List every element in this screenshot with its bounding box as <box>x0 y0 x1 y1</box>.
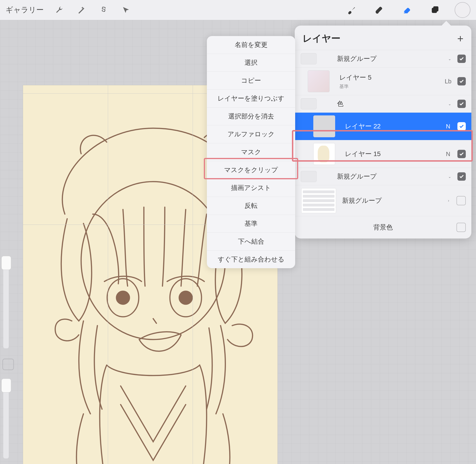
ctx-fill[interactable]: レイヤーを塗りつぶす <box>207 90 295 107</box>
chevron-down-icon[interactable]: ⌄ <box>444 102 455 106</box>
brush-size-slider[interactable] <box>3 257 9 348</box>
layer-name: レイヤー 15 <box>345 150 441 158</box>
group-thumb <box>301 188 336 213</box>
chevron-down-icon[interactable]: ⌄ <box>444 174 455 179</box>
visibility-checkbox[interactable] <box>457 172 466 181</box>
layer-thumb <box>301 53 317 64</box>
layer-group-row[interactable]: 新規グループ ⌄ <box>295 168 471 185</box>
layer-row[interactable]: レイヤー 15 N <box>295 140 471 168</box>
blend-mode[interactable]: Lb <box>441 78 455 85</box>
svg-point-5 <box>117 291 129 304</box>
visibility-checkbox[interactable] <box>457 122 466 131</box>
modify-button[interactable] <box>2 358 14 370</box>
smudge-icon[interactable] <box>371 2 388 18</box>
visibility-checkbox[interactable] <box>457 150 466 158</box>
popover-arrow <box>442 21 451 26</box>
add-layer-button[interactable]: + <box>457 32 464 45</box>
ctx-mask[interactable]: マスク <box>207 143 295 161</box>
layers-title: レイヤー <box>303 32 340 45</box>
slider-knob[interactable] <box>1 256 11 270</box>
layer-name: 背景色 <box>373 223 393 232</box>
layer-thumb <box>301 171 317 182</box>
ctx-rename[interactable]: 名前を変更 <box>207 36 295 54</box>
brush-icon[interactable] <box>343 2 360 18</box>
chevron-down-icon[interactable]: ⌄ <box>444 57 455 61</box>
svg-point-7 <box>179 291 192 304</box>
ctx-clip-mask[interactable]: マスクをクリップ <box>207 161 295 179</box>
layer-name: レイヤー 22 <box>345 122 441 131</box>
adjustments-wand-icon[interactable] <box>73 2 90 18</box>
layer-name: 新規グループ <box>342 196 443 205</box>
layer-name: 色 <box>337 99 444 108</box>
opacity-slider[interactable] <box>3 379 9 458</box>
layer-thumb <box>313 143 335 165</box>
actions-wrench-icon[interactable] <box>51 2 67 18</box>
layer-group-row[interactable]: 色 ⌄ <box>295 95 471 112</box>
visibility-checkbox[interactable] <box>457 55 466 63</box>
layer-thumb <box>313 116 335 137</box>
svg-point-3 <box>81 182 225 339</box>
visibility-checkbox[interactable] <box>456 196 466 205</box>
layers-panel: レイヤー + 新規グループ ⌄ レイヤー 5 基準 Lb 色 ⌄ レイヤー 22… <box>295 26 471 239</box>
visibility-checkbox[interactable] <box>457 100 466 108</box>
background-row[interactable]: 背景色 <box>295 216 471 239</box>
ctx-merge-down[interactable]: 下へ結合 <box>207 233 295 251</box>
ctx-invert[interactable]: 反転 <box>207 197 295 215</box>
svg-rect-2 <box>433 6 438 11</box>
ctx-reference[interactable]: 基準 <box>207 215 295 233</box>
layer-name: 新規グループ <box>337 172 444 181</box>
guide-line <box>193 85 193 464</box>
color-swatch[interactable] <box>455 2 470 18</box>
layer-group-row-closed[interactable]: 新規グループ › <box>295 185 471 216</box>
blend-mode[interactable]: N <box>441 123 455 130</box>
layers-icon[interactable] <box>427 2 444 18</box>
layer-group-row[interactable]: 新規グループ ⌄ <box>295 50 471 67</box>
ctx-alpha-lock[interactable]: アルファロック <box>207 126 295 143</box>
blend-mode[interactable]: N <box>441 151 455 158</box>
layer-row[interactable]: レイヤー 5 基準 Lb <box>295 67 471 95</box>
transform-arrow-icon[interactable] <box>118 2 134 18</box>
layer-context-menu: 名前を変更 選択 コピー レイヤーを塗りつぶす 選択部分を消去 アルファロック … <box>207 36 295 268</box>
layer-name: レイヤー 5 <box>339 73 441 82</box>
visibility-checkbox[interactable] <box>457 77 466 86</box>
gallery-button[interactable]: ギャラリー <box>6 5 44 15</box>
ctx-clear[interactable]: 選択部分を消去 <box>207 107 295 126</box>
layer-name: 新規グループ <box>337 54 444 63</box>
eraser-icon[interactable] <box>399 2 416 18</box>
visibility-checkbox[interactable] <box>456 223 466 232</box>
layer-thumb <box>301 98 317 109</box>
top-toolbar: ギャラリー <box>0 0 476 20</box>
ctx-draw-assist[interactable]: 描画アシスト <box>207 179 295 197</box>
selection-s-icon[interactable] <box>95 2 112 18</box>
layer-subtitle: 基準 <box>339 83 441 90</box>
layer-row-selected[interactable]: レイヤー 22 N <box>295 112 471 140</box>
slider-knob[interactable] <box>1 378 11 392</box>
chevron-right-icon[interactable]: › <box>443 199 454 203</box>
layer-thumb <box>308 70 330 92</box>
ctx-combine-down[interactable]: すぐ下と組み合わせる <box>207 251 295 268</box>
svg-rect-0 <box>404 12 408 13</box>
guide-line <box>108 85 108 464</box>
ctx-select[interactable]: 選択 <box>207 54 295 72</box>
ctx-copy[interactable]: コピー <box>207 72 295 90</box>
